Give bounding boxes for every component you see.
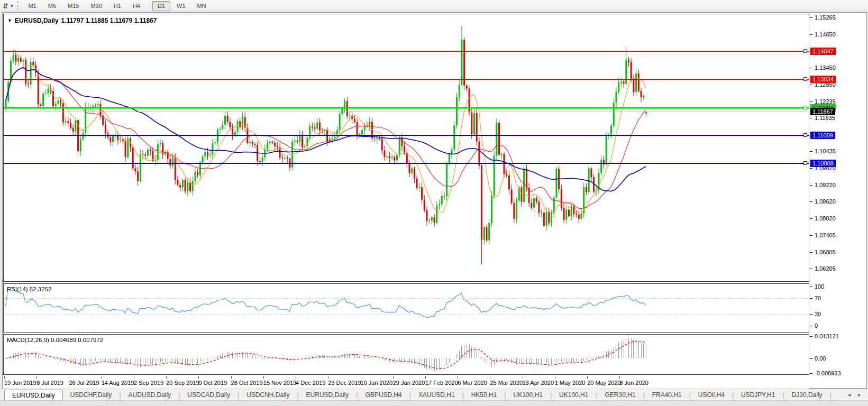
date-label: 8 Jun 2020 [619, 380, 648, 386]
chart-tab-usoil-h4[interactable]: USOil,H4 [691, 389, 732, 400]
chart-tab-xauusd-h1[interactable]: XAUUSD,H1 [411, 389, 462, 400]
price-tick-label: 1.14650 [815, 31, 836, 38]
date-label: 9 Oct 2019 [198, 380, 227, 386]
date-tick-mark [69, 376, 69, 379]
macd-pane[interactable]: MACD(12,26,9) 0.004689 0.007972 [3, 334, 809, 375]
current-price-label: 1.11867 [810, 108, 835, 115]
rsi-tick-mark [810, 287, 812, 287]
chart-tab-usdchf-daily[interactable]: USDCHF,Daily [63, 389, 120, 400]
price-tick-mark [810, 235, 812, 236]
timeframe-button-h4[interactable]: H4 [127, 1, 145, 11]
top-toolbar: ⇵ ▾ M1M5M15M30H1H4D1W1MN [0, 0, 868, 12]
date-tick-mark [619, 376, 620, 379]
hline-price-label: 1.13034 [810, 76, 836, 83]
date-tick-mark [361, 376, 361, 379]
price-tick-label: 1.08620 [815, 198, 836, 205]
price-tick-mark [810, 168, 812, 169]
chart-tab-usdcad-daily[interactable]: USDCAD,Daily [180, 389, 237, 400]
timeframe-button-m5[interactable]: M5 [43, 1, 61, 11]
chart-symbol: EURUSD,Daily [15, 17, 59, 24]
price-tick-mark [810, 252, 812, 253]
date-tick-mark [425, 376, 426, 379]
date-label: 8 Jul 2019 [36, 380, 63, 386]
tab-scroll-right-icon[interactable]: ▸ [858, 392, 861, 398]
chart-tab-fra40-h1[interactable]: FRA40,H1 [645, 389, 689, 400]
tab-scroll-left-icon[interactable]: ◂ [848, 392, 851, 398]
price-tick-mark [810, 17, 812, 18]
hline-price-label: 1.14047 [810, 48, 836, 55]
date-tick-mark [231, 376, 232, 379]
price-tick-label: 1.09220 [815, 182, 836, 188]
timeframe-button-group: M1M5M15M30H1H4D1W1MN [22, 1, 212, 11]
bottom-strip [0, 400, 868, 406]
macd-tick-label: 0.013121 [815, 333, 839, 339]
chart-tab-uk100-h1[interactable]: UK100,H1 [552, 389, 596, 400]
price-tick-label: 1.06205 [815, 265, 836, 272]
toolbar-grip-handle[interactable] [17, 2, 19, 10]
chart-tab-gbpusd-h4[interactable]: GBPUSD,H4 [358, 389, 409, 400]
date-tick-mark [166, 376, 167, 379]
rsi-pane[interactable]: RSI(14) 52.3252 [3, 283, 809, 333]
date-label: 10 Jan 2020 [361, 380, 393, 386]
date-tick-mark [36, 376, 37, 379]
date-label: 26 Jul 2019 [69, 380, 99, 386]
date-tick-mark [555, 376, 555, 379]
price-tick-mark [810, 151, 812, 152]
timeframe-button-m1[interactable]: M1 [23, 1, 41, 11]
date-tick-mark [523, 376, 523, 379]
macd-tick-mark [810, 336, 812, 337]
date-tick-mark [490, 376, 490, 379]
toolbar-separator [149, 2, 149, 10]
date-label: 23 Dec 2019 [328, 380, 361, 386]
timeframe-button-w1[interactable]: W1 [171, 1, 191, 11]
date-tick-mark [134, 376, 134, 379]
date-tick-mark [263, 376, 264, 379]
date-label: 13 Apr 2020 [523, 380, 554, 386]
price-axis: 1.152651.146501.134501.128501.122351.116… [810, 14, 866, 282]
chart-tab-ger30-h1[interactable]: GER30,H1 [598, 389, 643, 400]
date-tick-mark [296, 376, 296, 379]
chart-tab-hk50-h1[interactable]: HK50,H1 [464, 389, 505, 400]
macd-tick-mark [810, 358, 812, 359]
chart-dropdown-icon[interactable]: ▼ [7, 18, 12, 23]
date-label: 17 Feb 2020 [425, 380, 458, 386]
price-tick-mark [810, 201, 812, 202]
date-tick-mark [328, 376, 328, 379]
price-pane[interactable]: ▼ EURUSD,Daily 1.11797 1.11885 1.11679 1… [3, 14, 809, 282]
timeframes-tool-icon[interactable]: ⇵ [3, 3, 8, 10]
macd-tick-mark [810, 373, 812, 374]
timeframe-button-h1[interactable]: H1 [108, 1, 126, 11]
rsi-tick-label: 70 [815, 295, 821, 301]
price-tick-label: 1.13450 [815, 64, 836, 71]
chevron-down-icon[interactable]: ▾ [11, 3, 13, 8]
rsi-tick-mark [810, 326, 812, 326]
timeframe-button-m15[interactable]: M15 [62, 1, 84, 11]
macd-tick-label: -0.008933 [815, 370, 841, 376]
chart-tab-uk100-h1[interactable]: UK100,H1 [506, 389, 550, 400]
chart-tab-eurusd-daily[interactable]: EURUSD,Daily [299, 389, 357, 400]
date-label: 1 May 2020 [555, 380, 585, 386]
price-tick-label: 1.08020 [815, 215, 836, 222]
chart-tab-dj30-daily[interactable]: DJ30,Daily [784, 389, 830, 400]
price-tick-mark [810, 85, 812, 85]
chart-tab-usdjpy-h1[interactable]: USDJPY,H1 [734, 389, 782, 400]
date-tick-mark [102, 376, 102, 379]
date-label: 28 Oct 2019 [231, 380, 263, 386]
chart-tab-bar: EURUSD,DailyUSDCHF,Daily|AUDUSD,Daily|US… [0, 389, 868, 400]
chart-tab-audusd-daily[interactable]: AUDUSD,Daily [121, 389, 179, 400]
timeframe-button-mn[interactable]: MN [192, 1, 212, 11]
date-label: 25 Mar 2020 [490, 380, 523, 386]
price-tick-label: 1.07405 [815, 232, 836, 238]
timeframe-button-m30[interactable]: M30 [85, 1, 107, 11]
date-label: 15 Nov 2019 [263, 380, 296, 386]
price-tick-mark [810, 68, 812, 68]
timeframe-button-d1[interactable]: D1 [152, 1, 170, 11]
chart-tab-usdcnh-daily[interactable]: USDCNH,Daily [239, 389, 297, 400]
price-tick-label: 1.06805 [815, 249, 836, 255]
rsi-axis: 10070300 [810, 283, 866, 333]
chart-tab-eurusd-daily[interactable]: EURUSD,Daily [4, 390, 63, 400]
price-tick-mark [810, 34, 812, 35]
tab-scroll-controls: ◂▸ [848, 389, 868, 400]
rsi-tick-mark [810, 314, 812, 315]
rsi-tick-mark [810, 298, 812, 299]
